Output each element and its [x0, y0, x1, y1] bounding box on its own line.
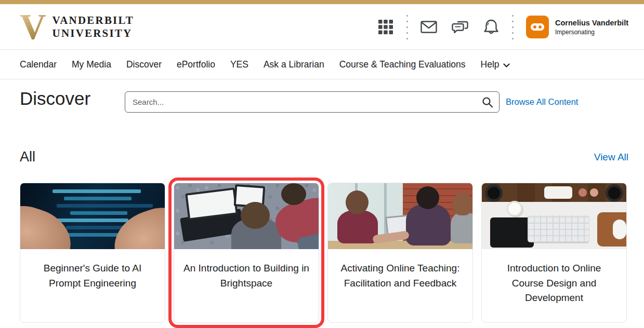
- woman-gray-top: [451, 212, 472, 243]
- chevron-down-icon: [503, 63, 510, 68]
- woman-head: [346, 190, 369, 214]
- keyboard: [528, 215, 589, 242]
- code-line: [70, 211, 127, 215]
- child-head: [241, 202, 270, 229]
- header-actions: Cornelius Vanderbilt Impersonating: [370, 4, 628, 50]
- search-box: [125, 91, 500, 113]
- code-line: [64, 197, 132, 200]
- nav-item-discover[interactable]: Discover: [126, 59, 162, 70]
- dotted-divider: [406, 13, 408, 41]
- chat-icon[interactable]: [451, 18, 469, 36]
- code-line: [50, 218, 128, 222]
- brand-accent-bar: [0, 0, 644, 4]
- man-purple-shirt: [406, 204, 451, 245]
- nav-item-my-media[interactable]: My Media: [72, 59, 111, 70]
- child-head: [281, 183, 306, 205]
- speaker: [485, 184, 503, 202]
- shelf-trinket: [579, 188, 587, 197]
- nav-item-yes[interactable]: YES: [230, 59, 248, 70]
- user-info: Cornelius Vanderbilt Impersonating: [555, 18, 628, 36]
- card-title: Introduction to Online Course Design and…: [482, 249, 626, 306]
- mail-glyph: [420, 21, 437, 33]
- card-title: Activating Online Teaching: Facilitation…: [328, 249, 472, 291]
- nav-item-eportfolio[interactable]: ePortfolio: [177, 59, 215, 70]
- mail-icon[interactable]: [420, 18, 438, 36]
- card-title: Beginner's Guide to AI Prompt Engineerin…: [20, 249, 165, 291]
- app-grid-icon[interactable]: [377, 18, 395, 36]
- kids-with-laptops-image: [174, 183, 319, 249]
- nav-item-course-teaching-evaluations[interactable]: Course & Teaching Evaluations: [339, 59, 466, 70]
- user-menu[interactable]: Cornelius Vanderbilt Impersonating: [526, 16, 628, 38]
- app-header: V VANDERBILT UNIVERSITY: [0, 4, 644, 50]
- card-thumbnail: [328, 183, 472, 249]
- user-name: Cornelius Vanderbilt: [555, 18, 628, 28]
- card-activating-online-teaching[interactable]: Activating Online Teaching: Facilitation…: [327, 183, 473, 323]
- card-an-introduction-to-building-in-brightspace[interactable]: An Introduction to Building in Brightspa…: [174, 183, 319, 323]
- help-label: Help: [481, 59, 500, 70]
- search-submit-button[interactable]: [478, 93, 497, 111]
- speaker: [606, 184, 623, 202]
- card-thumbnail: [482, 183, 626, 249]
- mouse: [613, 220, 626, 239]
- card-title: An Introduction to Building in Brightspa…: [174, 249, 319, 291]
- man-head: [416, 186, 439, 209]
- overhead-desk-image: [482, 183, 626, 249]
- shelf-tray: [544, 186, 572, 199]
- vanderbilt-wordmark: VANDERBILT UNIVERSITY: [52, 14, 134, 40]
- hands-typing-code-image: [20, 183, 165, 249]
- impersonation-avatar: [526, 16, 549, 38]
- code-line: [57, 204, 153, 208]
- card-introduction-to-online-course-design[interactable]: Introduction to Online Course Design and…: [481, 183, 627, 323]
- browse-all-content-link[interactable]: Browse All Content: [506, 97, 578, 107]
- woman-head: [453, 193, 472, 215]
- woman-red-sweater: [337, 210, 378, 243]
- wordmark-line1: VANDERBILT: [52, 14, 134, 26]
- notifications-bell-icon[interactable]: [482, 18, 500, 36]
- search-icon: [482, 97, 493, 108]
- search-input[interactable]: [125, 92, 499, 112]
- code-line: [66, 226, 128, 229]
- main-navbar: Calendar My Media Discover ePortfolio YE…: [0, 50, 644, 79]
- nav-item-ask-a-librarian[interactable]: Ask a Librarian: [264, 59, 324, 70]
- dotted-divider: [512, 13, 514, 41]
- card-thumbnail: [174, 183, 319, 249]
- card-beginners-guide-ai-prompt-engineering[interactable]: Beginner's Guide to AI Prompt Engineerin…: [20, 183, 165, 323]
- code-line: [52, 189, 141, 193]
- impersonation-mask-icon: [531, 23, 544, 31]
- card-thumbnail: [20, 183, 165, 249]
- bell-glyph: [483, 19, 499, 35]
- nav-item-calendar[interactable]: Calendar: [20, 59, 57, 70]
- course-card-list: Beginner's Guide to AI Prompt Engineerin…: [20, 183, 627, 323]
- app-grid-glyph: [377, 19, 394, 35]
- chat-glyph: [452, 19, 468, 35]
- nav-item-help[interactable]: Help: [481, 59, 510, 70]
- view-all-link[interactable]: View All: [594, 152, 628, 163]
- coffee-mug: [507, 201, 522, 216]
- meeting-handshake-image: [328, 183, 472, 249]
- section-title-all: All: [20, 149, 35, 165]
- shelf-trinket: [590, 188, 598, 197]
- page-title: Discover: [20, 88, 90, 109]
- user-status: Impersonating: [555, 28, 628, 36]
- vanderbilt-v-icon: V: [20, 11, 46, 43]
- wordmark-line2: UNIVERSITY: [52, 27, 133, 39]
- vanderbilt-logo[interactable]: V VANDERBILT UNIVERSITY: [20, 4, 134, 50]
